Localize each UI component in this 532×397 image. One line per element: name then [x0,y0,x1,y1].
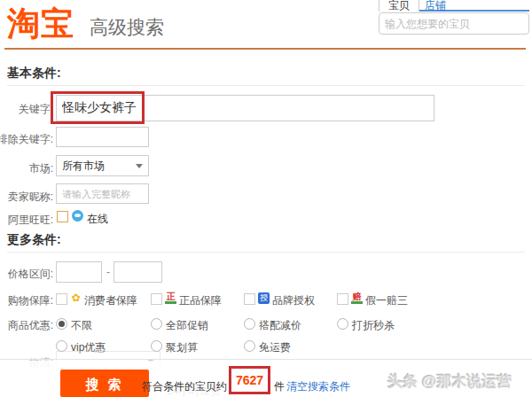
market-select-value: 所有市场 [62,159,105,174]
promo-radio-flash-sale[interactable] [337,318,348,330]
seller-name-label: 卖家昵称: [8,190,53,205]
exclude-keyword-label: 排除关键字: [0,132,53,147]
brand-license-icon: 授 [258,292,270,304]
promo-label-unlimited: 不限 [71,318,92,333]
result-unit-text: 件 [274,379,285,394]
page-title: 高级搜索 [90,15,164,40]
protection-label-consumer: 消费者保障 [84,293,137,308]
protection-label-authentic: 正品保障 [179,293,222,308]
seller-name-input[interactable] [56,183,149,204]
top-search-input[interactable] [379,12,529,35]
promo-label-bundle-discount: 搭配减价 [259,318,301,333]
price-range-label: 价格区间: [8,267,53,282]
promo-radio-free-shipping[interactable] [244,340,255,352]
header-divider [4,48,526,50]
basic-section-heading: 基本条件: [7,66,61,82]
fake-compensation-icon: 赔 [351,292,363,304]
more-section-divider [7,252,525,253]
taobao-logo[interactable]: 淘宝 [7,2,74,46]
exclude-keyword-input[interactable] [56,127,149,147]
market-select[interactable]: 所有市场 [56,155,149,176]
promo-label-all-promos: 全部促销 [166,318,208,333]
wangwang-online-label: 在线 [87,212,108,227]
promo-label-free-shipping: 免运费 [259,340,291,355]
wangwang-online-checkbox[interactable] [57,211,68,222]
tab-shop[interactable]: 店铺 [425,0,446,12]
search-button[interactable]: 搜 索 [60,370,149,397]
keyword-label: 关键字: [19,102,53,117]
clear-search-link[interactable]: 清空搜索条件 [286,379,350,394]
protection-checkbox-brand[interactable] [244,293,255,305]
authentic-guarantee-icon: 正 [165,292,176,304]
more-section-heading: 更多条件: [7,232,61,248]
promo-label-flash-sale: 打折秒杀 [352,318,395,333]
protection-label-fake: 假一赔三 [365,293,408,308]
price-min-input[interactable] [56,261,102,283]
faint-divider-line [0,359,532,360]
market-label: 市场: [29,161,53,176]
consumer-protection-icon: ✿ [70,292,82,304]
result-count: 7627 [230,367,270,393]
basic-section-divider [7,85,525,86]
protection-checkbox-fake[interactable] [337,293,348,305]
watermark: 头条 @那木说运营 [387,371,512,392]
promo-radio-all-promos[interactable] [151,318,162,330]
wangwang-icon [72,210,83,222]
promotion-label: 商品优惠: [8,318,53,333]
protection-checkbox-consumer[interactable] [56,293,67,305]
promo-radio-bundle-discount[interactable] [244,318,255,330]
result-prefix-text: 符合条件的宝贝约 [142,379,227,394]
keyword-input[interactable] [56,95,434,121]
wangwang-label: 阿里旺旺: [8,213,53,228]
protection-label-brand: 品牌授权 [272,293,315,308]
price-max-input[interactable] [113,261,162,283]
promo-radio-unlimited[interactable] [56,318,67,330]
shopping-protection-label: 购物保障: [8,293,53,308]
chevron-down-icon [136,164,143,168]
tab-item[interactable]: 宝贝 [379,0,419,12]
taobao-advanced-search-page: 淘宝 高级搜索 宝贝 店铺 基本条件: 关键字: 排除关键字: 市场: 所有市场… [0,0,532,397]
protection-checkbox-authentic[interactable] [151,293,162,305]
price-separator: - [106,266,110,278]
promo-label-juhuasuan: 聚划算 [166,340,198,355]
